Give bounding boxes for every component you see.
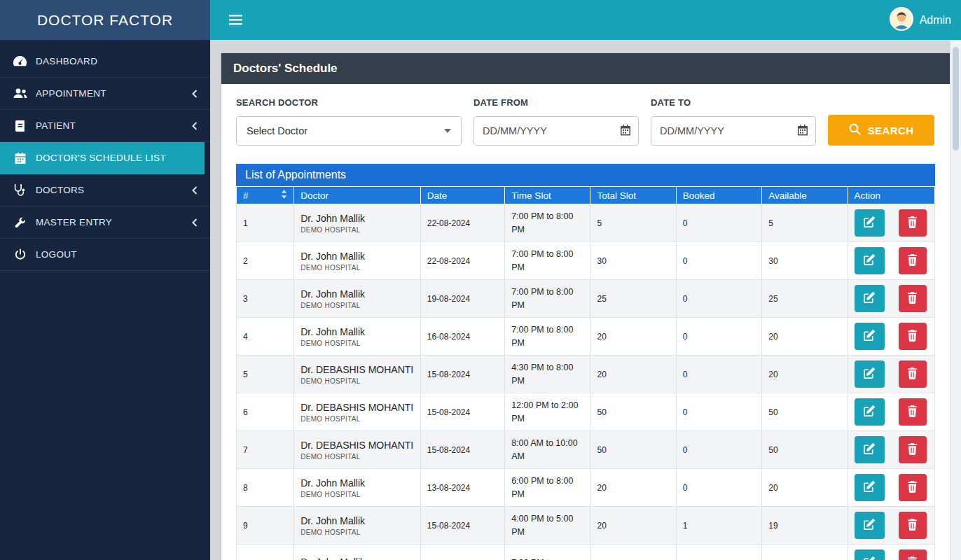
column-header-available: Available <box>762 187 848 204</box>
cell-available: 19 <box>762 507 848 545</box>
scrollbar-thumb[interactable] <box>953 47 959 150</box>
power-icon <box>12 248 28 260</box>
cell-time-slot: 7:00 PM to <box>505 545 590 560</box>
cell-time-slot: 12:00 PM to 2:00 PM <box>505 393 590 431</box>
chevron-left-icon <box>192 122 198 130</box>
sidebar-item-appointment[interactable]: APPOINTMENT <box>0 78 210 110</box>
delete-button[interactable] <box>899 209 927 237</box>
cell-date: 13-08-2024 <box>420 469 504 507</box>
user-menu[interactable]: Admin <box>890 7 951 34</box>
cell-booked: 0 <box>676 356 761 393</box>
table-row: 6Dr. DEBASHIS MOHANTIDEMO HOSPITAL15-08-… <box>237 393 935 431</box>
edit-button[interactable] <box>855 436 885 463</box>
main-content: Doctors' Schedule SEARCH DOCTOR Select D… <box>210 40 961 560</box>
cell-total-slot: 50 <box>590 431 676 469</box>
doctor-select[interactable]: Select Doctor <box>236 116 462 146</box>
edit-button[interactable] <box>855 474 885 501</box>
column-header-num[interactable]: # <box>237 187 294 204</box>
cell-date <box>420 545 504 560</box>
trash-icon <box>907 254 918 268</box>
trash-icon <box>907 481 918 495</box>
brand-title: DOCTOR FACTOR <box>37 12 173 29</box>
cell-available: 20 <box>762 318 848 356</box>
doctor-name: Dr. John Mallik <box>300 288 414 300</box>
cell-time-slot: 4:00 PM to 5:00 PM <box>505 507 590 545</box>
cell-available: 50 <box>762 431 848 469</box>
cell-action <box>848 545 934 560</box>
delete-button[interactable] <box>899 474 927 501</box>
trash-icon <box>907 292 918 306</box>
sidebar-item-doctors-schedule-list[interactable]: DOCTOR'S SCHEDULE LIST <box>0 142 205 174</box>
cell-date: 22-08-2024 <box>420 204 504 242</box>
delete-button[interactable] <box>899 398 927 426</box>
doctor-name: Dr. John Mallik <box>300 556 414 560</box>
sidebar-item-doctors[interactable]: DOCTORS <box>0 174 210 206</box>
hospital-name: DEMO HOSPITAL <box>300 264 414 272</box>
cell-action <box>848 318 934 356</box>
delete-button[interactable] <box>899 247 927 274</box>
delete-button[interactable] <box>899 285 927 312</box>
edit-button[interactable] <box>855 512 885 539</box>
edit-button[interactable] <box>855 323 885 350</box>
table-row: 4Dr. John MallikDEMO HOSPITAL16-08-20247… <box>237 318 935 356</box>
delete-button[interactable] <box>899 436 927 463</box>
cell-available: 25 <box>762 280 848 318</box>
cell-available <box>762 545 848 560</box>
sidebar-item-dashboard[interactable]: DASHBOARD <box>0 46 210 78</box>
edit-icon <box>863 216 876 230</box>
table-row: 7Dr. DEBASHIS MOHANTIDEMO HOSPITAL15-08-… <box>237 431 935 469</box>
date-from-group: DATE FROM <box>473 97 639 146</box>
doctor-name: Dr. DEBASHIS MOHANTI <box>300 402 414 413</box>
trash-icon <box>907 556 918 560</box>
date-from-input[interactable] <box>473 116 639 146</box>
sidebar-item-logout[interactable]: LOGOUT <box>0 239 210 271</box>
table-row: 5Dr. DEBASHIS MOHANTIDEMO HOSPITAL15-08-… <box>237 356 935 393</box>
search-doctor-group: SEARCH DOCTOR Select Doctor <box>236 97 462 146</box>
trash-icon <box>907 443 918 457</box>
sidebar: DOCTOR FACTOR DASHBOARDAPPOINTMENTPATIEN… <box>0 0 210 560</box>
cell-action <box>848 393 934 431</box>
sidebar-item-patient[interactable]: PATIENT <box>0 110 210 142</box>
caret-down-icon <box>444 129 451 133</box>
edit-button[interactable] <box>855 360 885 388</box>
cell-doctor: Dr. John MallikDEMO HOSPITAL <box>294 204 421 242</box>
cell-booked: 0 <box>676 431 761 469</box>
edit-button[interactable] <box>855 550 885 560</box>
appointments-table: #DoctorDateTime SlotTotal SlotBookedAvai… <box>236 186 935 560</box>
date-to-input[interactable] <box>651 116 816 146</box>
delete-button[interactable] <box>899 550 927 560</box>
cell-date: 15-08-2024 <box>420 393 504 431</box>
edit-button[interactable] <box>855 398 885 426</box>
column-header-booked: Booked <box>676 187 761 204</box>
sort-icon <box>281 190 287 201</box>
hamburger-menu-icon[interactable] <box>226 12 245 28</box>
delete-button[interactable] <box>899 360 927 388</box>
cell-doctor: Dr. John MallikDEMO HOSPITAL <box>294 507 421 545</box>
column-header-label: # <box>243 190 249 201</box>
cell-total-slot: 5 <box>590 204 676 242</box>
cell-doctor: Dr. DEBASHIS MOHANTIDEMO HOSPITAL <box>294 431 421 469</box>
cell-booked: 1 <box>676 507 761 545</box>
delete-button[interactable] <box>899 323 927 350</box>
edit-button[interactable] <box>855 209 885 237</box>
edit-button[interactable] <box>855 247 885 274</box>
edit-button[interactable] <box>855 285 885 312</box>
cell-date: 15-08-2024 <box>420 431 504 469</box>
card-body: SEARCH DOCTOR Select Doctor DATE FROM DA… <box>221 84 950 560</box>
column-header-total-slot: Total Slot <box>590 187 676 204</box>
search-button-label: SEARCH <box>868 125 914 136</box>
sidebar-item-label: APPOINTMENT <box>36 88 192 99</box>
users-icon <box>12 88 28 99</box>
sidebar-item-master-entry[interactable]: MASTER ENTRY <box>0 206 210 239</box>
cell-available: 20 <box>762 356 848 393</box>
vertical-scrollbar[interactable] <box>950 40 961 560</box>
edit-icon <box>863 518 876 533</box>
hospital-name: DEMO HOSPITAL <box>300 377 414 385</box>
appointments-section: List of Appointments #DoctorDateTime Slo… <box>236 164 935 560</box>
cell-total-slot: 25 <box>590 280 676 318</box>
search-button[interactable]: SEARCH <box>828 115 934 146</box>
cell-total-slot: 50 <box>590 393 676 431</box>
address-book-icon <box>12 120 28 132</box>
delete-button[interactable] <box>899 512 927 539</box>
calendar-icon <box>12 153 28 164</box>
